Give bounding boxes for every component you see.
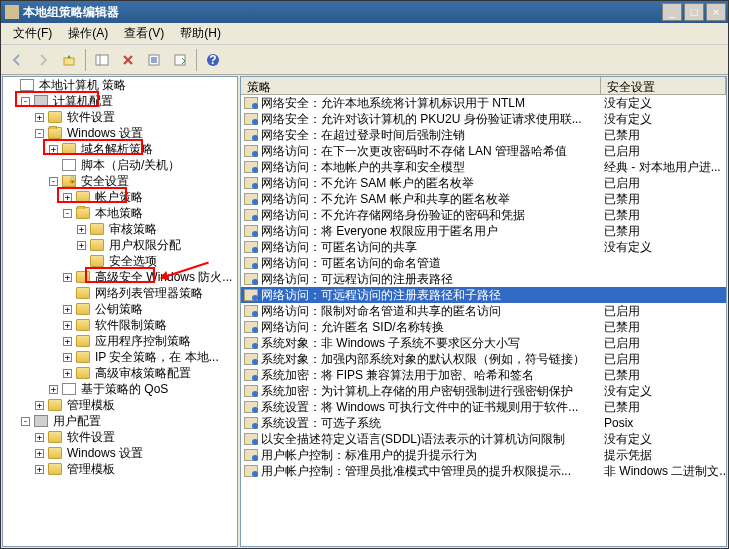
tree-node-ip_security[interactable]: +IP 安全策略，在 本地... [3, 349, 237, 365]
tree-node-software_restrict[interactable]: +软件限制策略 [3, 317, 237, 333]
expander-icon[interactable]: + [35, 113, 44, 122]
expander-icon[interactable]: - [21, 97, 30, 106]
tree-label[interactable]: 帐户策略 [93, 189, 145, 205]
tree-node-local_policies[interactable]: -本地策略 [3, 205, 237, 221]
help-button[interactable]: ? [201, 48, 225, 72]
tree-pane[interactable]: 本地计算机 策略-计算机配置+软件设置-Windows 设置+域名解析策略脚本（… [2, 76, 238, 547]
maximize-button[interactable]: □ [684, 3, 704, 21]
tree-node-scripts[interactable]: 脚本（启动/关机） [3, 157, 237, 173]
tree-node-security_settings[interactable]: -安全设置 [3, 173, 237, 189]
tree-label[interactable]: 脚本（启动/关机） [79, 157, 182, 173]
refresh-button[interactable] [142, 48, 166, 72]
menu-view[interactable]: 查看(V) [116, 23, 172, 44]
back-button[interactable] [5, 48, 29, 72]
expander-icon[interactable]: + [63, 193, 72, 202]
expander-icon[interactable]: + [63, 305, 72, 314]
column-policy[interactable]: 策略 [241, 77, 601, 94]
menu-help[interactable]: 帮助(H) [172, 23, 229, 44]
policy-row[interactable]: 系统加密：将 FIPS 兼容算法用于加密、哈希和签名已禁用 [241, 367, 726, 383]
tree-node-qos[interactable]: +基于策略的 QoS [3, 381, 237, 397]
policy-row[interactable]: 网络访问：允许匿名 SID/名称转换已禁用 [241, 319, 726, 335]
expander-icon[interactable]: + [63, 369, 72, 378]
tree-label[interactable]: 审核策略 [107, 221, 159, 237]
tree-node-software_settings1[interactable]: +软件设置 [3, 109, 237, 125]
tree-label[interactable]: 软件限制策略 [93, 317, 169, 333]
tree-node-windows_settings[interactable]: -Windows 设置 [3, 125, 237, 141]
policy-row[interactable]: 网络安全：在超过登录时间后强制注销已禁用 [241, 127, 726, 143]
tree-node-audit_policy[interactable]: +审核策略 [3, 221, 237, 237]
forward-button[interactable] [31, 48, 55, 72]
policy-row[interactable]: 网络访问：可匿名访问的命名管道 [241, 255, 726, 271]
policy-row[interactable]: 用户帐户控制：标准用户的提升提示行为提示凭据 [241, 447, 726, 463]
tree-node-windows_settings2[interactable]: +Windows 设置 [3, 445, 237, 461]
tree-node-adv_audit[interactable]: +高级审核策略配置 [3, 365, 237, 381]
tree-label[interactable]: 管理模板 [65, 461, 117, 477]
policy-row[interactable]: 网络访问：不允许存储网络身份验证的密码和凭据已禁用 [241, 207, 726, 223]
policy-row[interactable]: 网络访问：限制对命名管道和共享的匿名访问已启用 [241, 303, 726, 319]
policy-row[interactable]: 系统对象：非 Windows 子系统不要求区分大小写已启用 [241, 335, 726, 351]
policy-row[interactable]: 网络安全：允许本地系统将计算机标识用于 NTLM没有定义 [241, 95, 726, 111]
tree-node-admin_templates1[interactable]: +管理模板 [3, 397, 237, 413]
tree-label[interactable]: Windows 设置 [65, 445, 145, 461]
tree-label[interactable]: 高级审核策略配置 [93, 365, 193, 381]
export-button[interactable] [168, 48, 192, 72]
expander-icon[interactable]: + [63, 273, 72, 282]
up-button[interactable] [57, 48, 81, 72]
policy-row[interactable]: 用户帐户控制：管理员批准模式中管理员的提升权限提示...非 Windows 二进… [241, 463, 726, 479]
policy-row[interactable]: 网络访问：不允许 SAM 帐户和共享的匿名枚举已禁用 [241, 191, 726, 207]
menu-action[interactable]: 操作(A) [60, 23, 116, 44]
policy-row[interactable]: 系统加密：为计算机上存储的用户密钥强制进行强密钥保护没有定义 [241, 383, 726, 399]
tree-label[interactable]: IP 安全策略，在 本地... [93, 349, 221, 365]
policy-row[interactable]: 系统设置：将 Windows 可执行文件中的证书规则用于软件...已禁用 [241, 399, 726, 415]
policy-row[interactable]: 网络访问：本地帐户的共享和安全模型经典 - 对本地用户进... [241, 159, 726, 175]
tree-node-computer_config[interactable]: -计算机配置 [3, 93, 237, 109]
policy-row[interactable]: 网络访问：可远程访问的注册表路径和子路径 [241, 287, 726, 303]
tree-label[interactable]: 公钥策略 [93, 301, 145, 317]
tree-node-software_settings2[interactable]: +软件设置 [3, 429, 237, 445]
tree-label[interactable]: 域名解析策略 [79, 141, 155, 157]
tree-label[interactable]: 网络列表管理器策略 [93, 285, 205, 301]
close-button[interactable]: × [706, 3, 726, 21]
expander-icon[interactable]: + [63, 337, 72, 346]
policy-row[interactable]: 系统设置：可选子系统Posix [241, 415, 726, 431]
tree-label[interactable]: 软件设置 [65, 109, 117, 125]
minimize-button[interactable]: _ [662, 3, 682, 21]
delete-button[interactable] [116, 48, 140, 72]
tree-node-user_rights[interactable]: +用户权限分配 [3, 237, 237, 253]
tree-label[interactable]: 软件设置 [65, 429, 117, 445]
expander-icon[interactable]: - [49, 177, 58, 186]
tree-node-adv_firewall[interactable]: +高级安全 Windows 防火... [3, 269, 237, 285]
policy-row[interactable]: 网络访问：不允许 SAM 帐户的匿名枚举已启用 [241, 175, 726, 191]
show-button[interactable] [90, 48, 114, 72]
tree-label[interactable]: 用户权限分配 [107, 237, 183, 253]
expander-icon[interactable]: + [77, 225, 86, 234]
tree-label[interactable]: Windows 设置 [65, 125, 145, 141]
policy-row[interactable]: 网络访问：在下一次更改密码时不存储 LAN 管理器哈希值已启用 [241, 143, 726, 159]
policy-row[interactable]: 网络安全：允许对该计算机的 PKU2U 身份验证请求使用联...没有定义 [241, 111, 726, 127]
tree-node-account_policies[interactable]: +帐户策略 [3, 189, 237, 205]
tree-label[interactable]: 安全选项 [107, 253, 159, 269]
tree-label[interactable]: 应用程序控制策略 [93, 333, 193, 349]
menu-file[interactable]: 文件(F) [5, 23, 60, 44]
tree-label[interactable]: 管理模板 [65, 397, 117, 413]
tree-label[interactable]: 本地计算机 策略 [37, 77, 128, 93]
tree-label[interactable]: 用户配置 [51, 413, 103, 429]
tree-label[interactable]: 安全设置 [79, 173, 131, 189]
policy-row[interactable]: 网络访问：可匿名访问的共享没有定义 [241, 239, 726, 255]
expander-icon[interactable]: + [35, 465, 44, 474]
tree-node-network_list[interactable]: 网络列表管理器策略 [3, 285, 237, 301]
policy-row[interactable]: 网络访问：将 Everyone 权限应用于匿名用户已禁用 [241, 223, 726, 239]
tree-node-admin_templates2[interactable]: +管理模板 [3, 461, 237, 477]
tree-node-name_resolution[interactable]: +域名解析策略 [3, 141, 237, 157]
tree-node-security_options[interactable]: 安全选项 [3, 253, 237, 269]
tree-node-app_control[interactable]: +应用程序控制策略 [3, 333, 237, 349]
column-setting[interactable]: 安全设置 [601, 77, 726, 94]
expander-icon[interactable]: + [35, 401, 44, 410]
tree-label[interactable]: 基于策略的 QoS [79, 381, 170, 397]
list-body[interactable]: 网络安全：允许本地系统将计算机标识用于 NTLM没有定义网络安全：允许对该计算机… [241, 95, 726, 546]
expander-icon[interactable]: + [77, 241, 86, 250]
tree-node-root[interactable]: 本地计算机 策略 [3, 77, 237, 93]
expander-icon[interactable]: - [63, 209, 72, 218]
expander-icon[interactable]: + [63, 353, 72, 362]
policy-row[interactable]: 以安全描述符定义语言(SDDL)语法表示的计算机访问限制没有定义 [241, 431, 726, 447]
